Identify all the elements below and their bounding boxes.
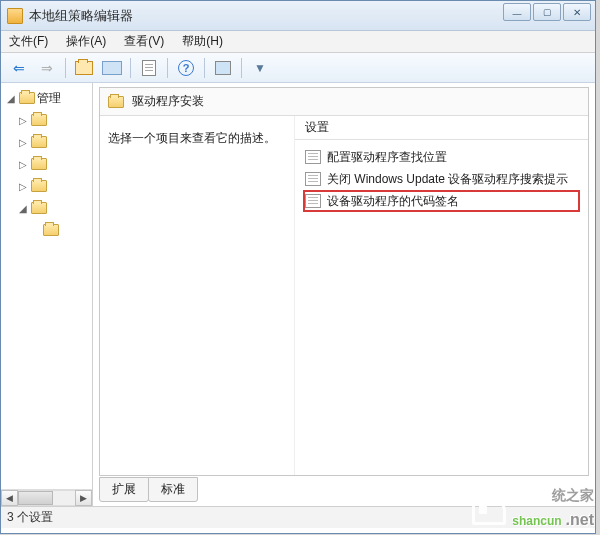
- horizontal-scrollbar[interactable]: ◀ ▶: [1, 489, 92, 506]
- tree-node[interactable]: ◢: [5, 197, 92, 219]
- separator: [130, 58, 131, 78]
- tree-root-label: 管理: [37, 90, 61, 107]
- app-window: 本地组策略编辑器 文件(F) 操作(A) 查看(V) 帮助(H) ⇐ ⇒ ? ▼: [0, 0, 596, 534]
- folder-icon: [108, 96, 124, 108]
- watermark-icon: [472, 497, 506, 525]
- separator: [167, 58, 168, 78]
- policy-icon: [305, 194, 321, 208]
- tree-pane: ◢ 管理 ▷ ▷ ▷ ▷ ◢ ◀ ▶: [1, 83, 93, 506]
- setting-item-highlighted[interactable]: 设备驱动程序的代码签名: [303, 190, 580, 212]
- watermark-cn: 统之家: [552, 487, 594, 505]
- settings-list: 配置驱动程序查找位置 关闭 Windows Update 设备驱动程序搜索提示 …: [295, 140, 588, 218]
- folder-icon: [31, 158, 47, 170]
- app-icon: [7, 8, 23, 24]
- setting-item[interactable]: 关闭 Windows Update 设备驱动程序搜索提示: [303, 168, 580, 190]
- tree-node[interactable]: ▷: [5, 175, 92, 197]
- expand-icon[interactable]: ▷: [17, 115, 29, 126]
- sheet-icon: [142, 60, 156, 76]
- folder-icon: [19, 92, 35, 104]
- folder-icon: [75, 61, 93, 75]
- window-title: 本地组策略编辑器: [29, 7, 133, 25]
- window-controls: [503, 3, 591, 21]
- separator: [241, 58, 242, 78]
- expand-icon[interactable]: ▷: [17, 137, 29, 148]
- panes-icon: [102, 61, 122, 75]
- setting-label: 设备驱动程序的代码签名: [327, 193, 459, 210]
- status-text: 3 个设置: [7, 509, 53, 526]
- separator: [204, 58, 205, 78]
- tree-node[interactable]: [5, 219, 92, 241]
- show-tree-button[interactable]: [100, 56, 124, 80]
- help-button[interactable]: ?: [174, 56, 198, 80]
- toolbar: ⇐ ⇒ ? ▼: [1, 53, 595, 83]
- detail-inner: 驱动程序安装 选择一个项目来查看它的描述。 设置 配置驱动程序查找位置: [99, 87, 589, 476]
- scrollbar-thumb[interactable]: [18, 491, 53, 505]
- folder-icon: [31, 180, 47, 192]
- client-area: ◢ 管理 ▷ ▷ ▷ ▷ ◢ ◀ ▶ 驱动程序安装: [1, 83, 595, 506]
- properties-icon: [215, 61, 231, 75]
- scroll-left-button[interactable]: ◀: [1, 490, 18, 506]
- tab-extended[interactable]: 扩展: [99, 477, 149, 502]
- menu-file[interactable]: 文件(F): [5, 31, 52, 52]
- tree-node[interactable]: ▷: [5, 153, 92, 175]
- setting-label: 关闭 Windows Update 设备驱动程序搜索提示: [327, 171, 568, 188]
- properties-button[interactable]: [211, 56, 235, 80]
- arrow-left-icon: ⇐: [13, 60, 25, 76]
- export-button[interactable]: [137, 56, 161, 80]
- content-split: 选择一个项目来查看它的描述。 设置 配置驱动程序查找位置: [100, 116, 588, 475]
- close-button[interactable]: [563, 3, 591, 21]
- setting-item[interactable]: 配置驱动程序查找位置: [303, 146, 580, 168]
- menubar: 文件(F) 操作(A) 查看(V) 帮助(H): [1, 31, 595, 53]
- detail-title: 驱动程序安装: [132, 93, 204, 110]
- menu-action[interactable]: 操作(A): [62, 31, 110, 52]
- scroll-right-button[interactable]: ▶: [75, 490, 92, 506]
- menu-help[interactable]: 帮助(H): [178, 31, 227, 52]
- column-header[interactable]: 设置: [295, 116, 588, 140]
- minimize-button[interactable]: [503, 3, 531, 21]
- collapse-icon[interactable]: ◢: [5, 93, 17, 104]
- watermark-suffix: .net: [566, 511, 594, 529]
- expand-icon[interactable]: ▷: [17, 159, 29, 170]
- tree-node[interactable]: ▷: [5, 131, 92, 153]
- scrollbar-track[interactable]: [18, 490, 75, 506]
- policy-icon: [305, 150, 321, 164]
- detail-header: 驱动程序安装: [100, 88, 588, 116]
- folder-icon: [31, 136, 47, 148]
- watermark-text: shancun: [512, 514, 561, 528]
- up-folder-button[interactable]: [72, 56, 96, 80]
- setting-label: 配置驱动程序查找位置: [327, 149, 447, 166]
- detail-pane: 驱动程序安装 选择一个项目来查看它的描述。 设置 配置驱动程序查找位置: [93, 83, 595, 506]
- tree: ◢ 管理 ▷ ▷ ▷ ▷ ◢: [1, 83, 92, 241]
- tree-node[interactable]: ▷: [5, 109, 92, 131]
- folder-icon: [31, 114, 47, 126]
- collapse-icon[interactable]: ◢: [17, 203, 29, 214]
- menu-view[interactable]: 查看(V): [120, 31, 168, 52]
- help-icon: ?: [178, 60, 194, 76]
- titlebar[interactable]: 本地组策略编辑器: [1, 1, 595, 31]
- view-tabs: 扩展 标准: [99, 477, 197, 502]
- tree-root[interactable]: ◢ 管理: [5, 87, 92, 109]
- filter-button[interactable]: ▼: [248, 56, 272, 80]
- maximize-button[interactable]: [533, 3, 561, 21]
- description-column: 选择一个项目来查看它的描述。: [100, 116, 295, 475]
- expand-icon[interactable]: ▷: [17, 181, 29, 192]
- folder-icon: [31, 202, 47, 214]
- policy-icon: [305, 172, 321, 186]
- folder-icon: [43, 224, 59, 236]
- description-text: 选择一个项目来查看它的描述。: [108, 131, 276, 145]
- settings-column: 设置 配置驱动程序查找位置 关闭 Windows Update 设备驱动程序搜索…: [295, 116, 588, 475]
- filter-icon: ▼: [253, 61, 267, 75]
- tab-standard[interactable]: 标准: [148, 477, 198, 502]
- arrow-right-icon: ⇒: [41, 60, 53, 76]
- watermark: 统之家 shancun.net: [472, 497, 594, 529]
- forward-button: ⇒: [35, 56, 59, 80]
- separator: [65, 58, 66, 78]
- column-header-label: 设置: [305, 119, 329, 136]
- back-button[interactable]: ⇐: [7, 56, 31, 80]
